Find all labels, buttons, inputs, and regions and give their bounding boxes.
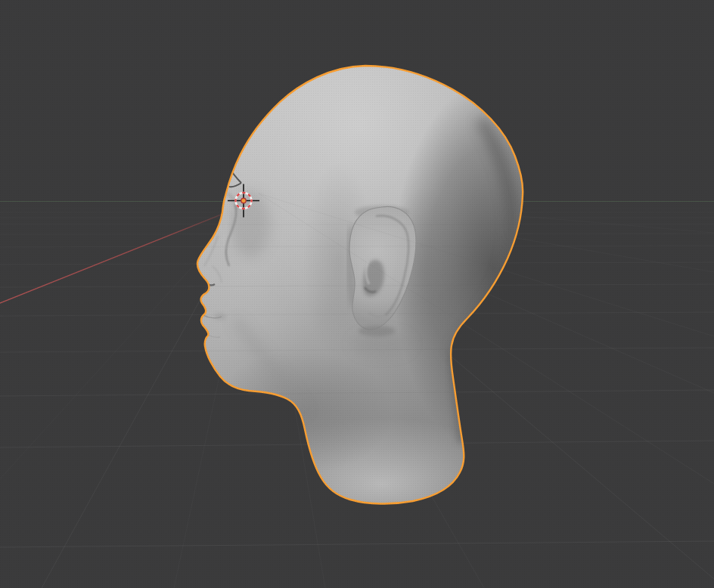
cursor-center-dot [241, 198, 246, 203]
lobe-shadow [359, 326, 395, 336]
mouth-corner-shade [214, 313, 226, 320]
3d-viewport[interactable] [0, 0, 714, 588]
viewport-canvas[interactable] [0, 0, 714, 588]
